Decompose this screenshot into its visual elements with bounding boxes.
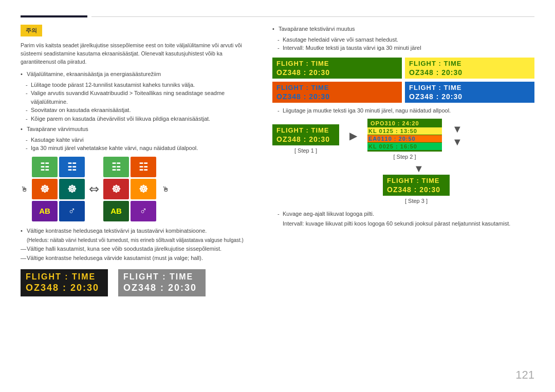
warning-contrast-sub: (Heledus: näitab värvi heledust või tume… bbox=[21, 237, 257, 244]
double-arrow: ▼ ▼ bbox=[452, 123, 462, 148]
dash6: Iga 30 minuti järel vahetatakse kahte vä… bbox=[21, 144, 257, 153]
color-cell-after-2: ☷ bbox=[131, 157, 156, 177]
top-divider bbox=[21, 15, 534, 17]
note4: Intervall: kuvage liikuvat pilti koos lo… bbox=[272, 220, 534, 228]
multi-row-4: KL 0025 : 16:50 bbox=[367, 143, 442, 150]
flight-label-dark: FLIGHT : TIME bbox=[26, 272, 103, 282]
label-bw: FLIGHT : TIME bbox=[409, 84, 530, 91]
top-note: Parim viis kaitsta seadet järelkujutise … bbox=[21, 42, 257, 66]
color-swap-demo: 🖱 ☷ ☷ ☸ ☸ AB ♂ ⇔ ☷ ☷ ☸ ☸ AB ♂ bbox=[21, 157, 257, 221]
bullet2: Tavapärane värvimuutus bbox=[21, 125, 257, 134]
flight-number-dark: OZ348 : 20:30 bbox=[26, 283, 103, 293]
grid-label-left: 🖱 bbox=[21, 185, 28, 193]
arrow-down-icon: ▼ bbox=[414, 163, 424, 175]
step2-multi-card: OPO310 : 24:20 KL 0125 : 13:50 EA0110 : … bbox=[367, 119, 442, 152]
step3-block: FLIGHT : TIME OZ348 : 20:30 [ Step 3 ] bbox=[298, 175, 534, 204]
color-cell-after-6: ♂ bbox=[131, 201, 156, 221]
step1-num: OZ348 : 20:30 bbox=[276, 135, 335, 143]
flight-num-gray: OZ348 : 20:30 bbox=[123, 283, 197, 293]
color-cell-4: ☸ bbox=[59, 179, 85, 199]
right-top-cards: FLIGHT : TIME OZ348 : 20:30 FLIGHT : TIM… bbox=[272, 58, 534, 103]
num-ob: OZ348 : 20:30 bbox=[276, 92, 398, 101]
right-note1: Tavapärane tekstivärvi muutus bbox=[272, 25, 534, 33]
num-bw: OZ348 : 20:30 bbox=[409, 92, 530, 101]
multi-row-2: KL 0125 : 13:50 bbox=[367, 127, 442, 135]
card-orange-blue: FLIGHT : TIME OZ348 : 20:30 bbox=[272, 82, 402, 103]
flight-text-dark: FLIGHT : TIME bbox=[26, 272, 96, 282]
warning-label: 주의 bbox=[21, 25, 42, 36]
mouse-icon-right: 🖱 bbox=[162, 185, 169, 193]
bottom-flight-cards: FLIGHT : TIME OZ348 : 20:30 FLIGHT : TIM… bbox=[21, 269, 257, 296]
arrow-down-container: ▼ bbox=[303, 163, 534, 175]
left-column: 주의 Parim viis kaitsta seadet järelkujuti… bbox=[21, 25, 257, 377]
dash5: Kasutage kahte värvi bbox=[21, 136, 257, 144]
step1-block: FLIGHT : TIME OZ348 : 20:30 [ Step 1 ] bbox=[272, 124, 339, 154]
top-line-dark bbox=[21, 15, 87, 17]
double-arrow-icon2: ▼ bbox=[452, 136, 462, 148]
color-cell-5: AB bbox=[32, 201, 58, 221]
page-number: 121 bbox=[515, 368, 534, 382]
right-dash1: Kasutage heledaid värve või sarnast hele… bbox=[272, 35, 534, 44]
dash1: Lülitage toode pärast 12-tunnilist kasut… bbox=[21, 81, 257, 89]
step3-label: FLIGHT : TIME bbox=[387, 177, 446, 184]
num-yg: OZ348 : 20:30 bbox=[409, 68, 530, 77]
num-gy: OZ348 : 20:30 bbox=[276, 68, 398, 77]
flight-number-gray: OZ348 : 20:30 bbox=[123, 283, 200, 293]
right-dash2: Intervall: Muutke teksti ja tausta värvi… bbox=[272, 44, 534, 52]
warning-colors: Vältige kontrastse heledusega värvide ka… bbox=[21, 254, 257, 262]
step1-label-text: [ Step 1 ] bbox=[294, 147, 317, 154]
color-cell-after-1: ☷ bbox=[103, 157, 129, 177]
step1-card: FLIGHT : TIME OZ348 : 20:30 bbox=[272, 124, 339, 145]
color-cell-after-5: AB bbox=[103, 201, 129, 221]
card-green-yellow: FLIGHT : TIME OZ348 : 20:30 bbox=[272, 58, 402, 79]
note3: Kuvage aeg-ajalt liikuvat logoga pilti. bbox=[272, 210, 534, 218]
label-yg: FLIGHT : TIME bbox=[409, 60, 530, 67]
color-cell-after-3: ☸ bbox=[103, 179, 129, 199]
step1-label: FLIGHT : TIME bbox=[276, 126, 335, 134]
right-note2: Liigutage ja muutke teksti iga 30 minuti… bbox=[272, 107, 534, 115]
dash2: Valige arvutis suvandid Kuvaatribuudid >… bbox=[21, 89, 257, 106]
bottom-notes: Kuvage aeg-ajalt liikuvat logoga pilti. … bbox=[272, 210, 534, 228]
step2-card-container: OPO310 : 24:20 KL 0125 : 13:50 EA0110 : … bbox=[367, 119, 442, 152]
step2-label-text: [ Step 2 ] bbox=[393, 154, 416, 160]
flight-text-gray: FLIGHT : TIME bbox=[123, 272, 193, 282]
label-ob: FLIGHT : TIME bbox=[276, 84, 398, 91]
dash4: Kõige parem on kasutada ühevärvilist või… bbox=[21, 115, 257, 123]
steps-row: FLIGHT : TIME OZ348 : 20:30 [ Step 1 ] ▶… bbox=[272, 119, 534, 160]
bullet1: Väljalülitamine, ekraanisäästja ja energ… bbox=[21, 70, 257, 79]
warning-contrast: Vältige kontrastse heledusega tekstivärv… bbox=[21, 227, 257, 235]
dash3: Soovitatav on kasutada ekraanisäästjat. bbox=[21, 106, 257, 115]
multi-row-1: OPO310 : 24:20 bbox=[371, 120, 439, 127]
color-cell-2: ☷ bbox=[59, 157, 85, 177]
step3-num: OZ348 : 20:30 bbox=[387, 185, 446, 194]
step3-card: FLIGHT : TIME OZ348 : 20:30 bbox=[383, 175, 450, 196]
mouse-icon-left: 🖱 bbox=[21, 185, 28, 193]
color-grid-after: ☷ ☷ ☸ ☸ AB ♂ bbox=[103, 157, 156, 221]
top-line-light bbox=[91, 16, 534, 17]
arrow-right-1: ▶ bbox=[349, 129, 357, 142]
right-column: Tavapärane tekstivärvi muutus Kasutage h… bbox=[272, 25, 534, 377]
card-blue-white: FLIGHT : TIME OZ348 : 20:30 bbox=[405, 82, 534, 103]
flight-card-dark: FLIGHT : TIME OZ348 : 20:30 bbox=[21, 269, 108, 296]
color-cell-1: ☷ bbox=[32, 157, 58, 177]
swap-arrow: ⇔ bbox=[89, 182, 99, 196]
warning-gray: Vältige halli kasutamist, kuna see võib … bbox=[21, 245, 257, 253]
step3-label-text: [ Step 3 ] bbox=[405, 198, 428, 204]
label-gy: FLIGHT : TIME bbox=[276, 60, 398, 67]
color-cell-after-4: ☸ bbox=[131, 179, 156, 199]
color-cell-6: ♂ bbox=[59, 201, 85, 221]
color-grid-before: ☷ ☷ ☸ ☸ AB ♂ bbox=[32, 157, 85, 221]
flight-label-gray: FLIGHT : TIME bbox=[123, 272, 200, 282]
color-cell-3: ☸ bbox=[32, 179, 58, 199]
flight-card-gray: FLIGHT : TIME OZ348 : 20:30 bbox=[118, 269, 206, 296]
double-arrow-icon: ▼ bbox=[452, 123, 462, 135]
multi-row-3: EA0110 : 20:50 bbox=[367, 135, 442, 142]
step2-block: OPO310 : 24:20 KL 0125 : 13:50 EA0110 : … bbox=[367, 119, 442, 160]
card-yellow-green: FLIGHT : TIME OZ348 : 20:30 bbox=[405, 58, 534, 79]
flight-num-dark: OZ348 : 20:30 bbox=[26, 283, 99, 293]
